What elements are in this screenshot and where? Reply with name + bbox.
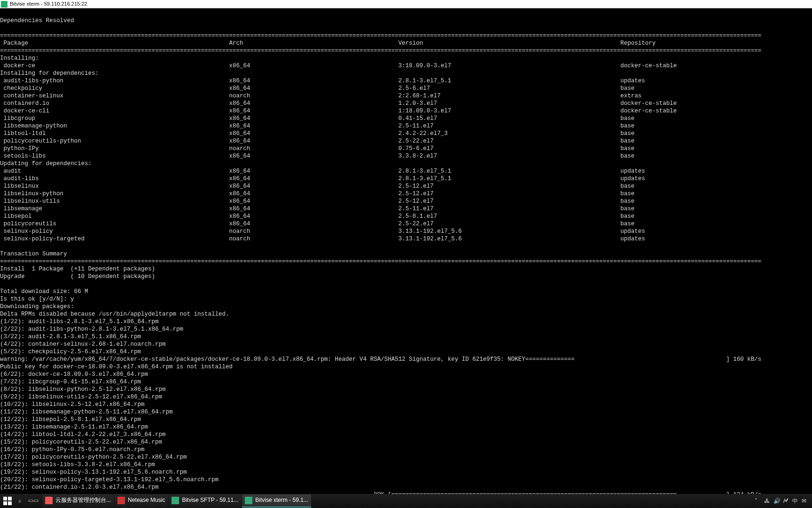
task-label: 云服务器管理控制台... — [55, 497, 111, 504]
tray-notifications-icon[interactable]: ✉ — [802, 498, 808, 504]
search-button[interactable]: ⌕ — [16, 494, 24, 508]
taskview-button[interactable]: ▭▭ — [25, 494, 41, 508]
tray-ime-icon[interactable]: 中 — [792, 498, 799, 504]
taskbar-task-1[interactable]: Netease Music — [115, 494, 168, 508]
task-icon — [245, 497, 252, 504]
task-icon — [117, 497, 125, 504]
window-title: Bitvise xterm - 59.110.216.215:22 — [10, 0, 87, 7]
start-button[interactable] — [0, 494, 15, 508]
taskbar[interactable]: ⌕ ▭▭ 云服务器管理控制台...Netease MusicBitvise SF… — [0, 494, 812, 508]
window-titlebar[interactable]: Bitvise xterm - 59.110.216.215:22 — [0, 0, 812, 8]
task-label: Netease Music — [128, 497, 165, 504]
task-icon — [172, 497, 179, 504]
terminal-output[interactable]: Dependencies Resolved ==================… — [0, 8, 812, 494]
task-icon — [45, 497, 53, 504]
app-icon — [1, 1, 8, 8]
taskbar-task-3[interactable]: Bitvise xterm - 59.1... — [242, 494, 311, 508]
taskbar-task-2[interactable]: Bitvise SFTP - 59.11... — [169, 494, 241, 508]
task-label: Bitvise xterm - 59.1... — [255, 497, 308, 504]
tray-volume-icon[interactable]: 🔊 — [773, 498, 780, 504]
search-icon: ⌕ — [18, 497, 22, 504]
task-label: Bitvise SFTP - 59.11... — [182, 497, 238, 504]
windows-icon — [3, 497, 12, 505]
taskview-icon: ▭▭ — [28, 497, 39, 504]
tray-chevron-icon[interactable]: ˄ — [755, 498, 761, 504]
system-tray[interactable]: ˄ 🖧 🔊 🗲 中 ✉ — [755, 498, 812, 504]
tray-battery-icon[interactable]: 🗲 — [783, 498, 789, 504]
tray-network-icon[interactable]: 🖧 — [764, 498, 771, 504]
taskbar-task-0[interactable]: 云服务器管理控制台... — [42, 494, 114, 508]
